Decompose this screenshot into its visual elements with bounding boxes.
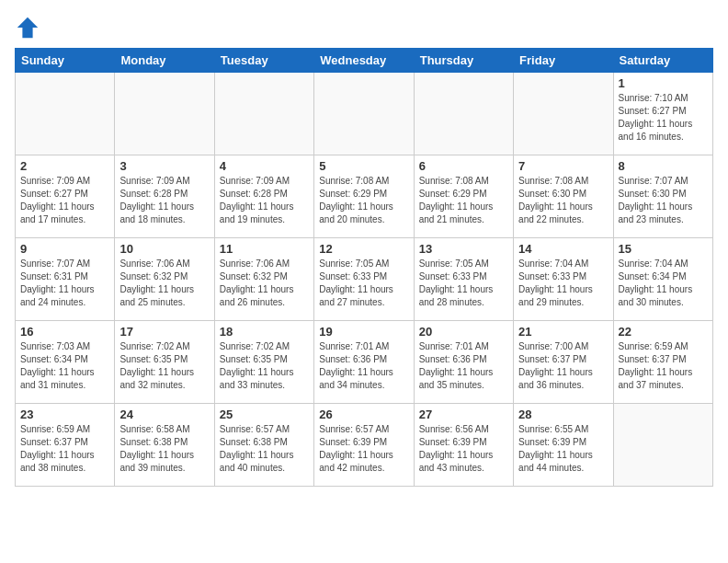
day-info: Sunrise: 7:05 AM Sunset: 6:33 PM Dayligh… — [319, 258, 408, 309]
calendar-day: 3 Sunrise: 7:09 AM Sunset: 6:28 PM Dayli… — [115, 155, 214, 238]
day-info: Sunrise: 7:04 AM Sunset: 6:33 PM Dayligh… — [518, 258, 608, 309]
day-number: 16 — [20, 325, 109, 339]
day-info: Sunrise: 7:06 AM Sunset: 6:32 PM Dayligh… — [119, 258, 209, 309]
day-number: 27 — [419, 408, 508, 421]
day-number: 22 — [619, 325, 708, 339]
weekday-header-sunday: Sunday — [16, 49, 115, 73]
calendar-day: 2 Sunrise: 7:09 AM Sunset: 6:27 PM Dayli… — [16, 155, 115, 238]
day-number: 6 — [419, 159, 508, 173]
day-info: Sunrise: 7:01 AM Sunset: 6:36 PM Dayligh… — [419, 340, 508, 392]
logo — [15, 15, 44, 40]
calendar-day: 25 Sunrise: 6:57 AM Sunset: 6:38 PM Dayl… — [214, 404, 313, 487]
calendar-day: 8 Sunrise: 7:07 AM Sunset: 6:30 PM Dayli… — [613, 155, 712, 238]
day-info: Sunrise: 7:06 AM Sunset: 6:32 PM Dayligh… — [220, 258, 309, 309]
weekday-header-thursday: Thursday — [414, 49, 513, 73]
calendar-day — [115, 73, 214, 155]
day-number: 5 — [319, 159, 408, 173]
logo-icon — [15, 15, 40, 40]
calendar-week-1: 1 Sunrise: 7:10 AM Sunset: 6:27 PM Dayli… — [16, 73, 713, 155]
calendar-day: 6 Sunrise: 7:08 AM Sunset: 6:29 PM Dayli… — [414, 155, 513, 238]
calendar-day — [16, 73, 115, 155]
calendar-week-4: 16 Sunrise: 7:03 AM Sunset: 6:34 PM Dayl… — [16, 321, 713, 404]
weekday-header-monday: Monday — [115, 49, 214, 73]
calendar-day: 12 Sunrise: 7:05 AM Sunset: 6:33 PM Dayl… — [314, 238, 414, 321]
calendar-day — [514, 73, 613, 155]
day-number: 3 — [119, 159, 209, 173]
page-header — [15, 15, 713, 40]
calendar-day: 9 Sunrise: 7:07 AM Sunset: 6:31 PM Dayli… — [16, 238, 115, 321]
day-info: Sunrise: 7:03 AM Sunset: 6:34 PM Dayligh… — [20, 340, 109, 392]
day-info: Sunrise: 7:02 AM Sunset: 6:35 PM Dayligh… — [220, 340, 309, 392]
calendar-day: 27 Sunrise: 6:56 AM Sunset: 6:39 PM Dayl… — [414, 404, 513, 487]
calendar-table: SundayMondayTuesdayWednesdayThursdayFrid… — [15, 48, 713, 487]
calendar-day: 21 Sunrise: 7:00 AM Sunset: 6:37 PM Dayl… — [514, 321, 613, 404]
day-number: 25 — [220, 408, 309, 421]
calendar-day: 20 Sunrise: 7:01 AM Sunset: 6:36 PM Dayl… — [414, 321, 513, 404]
day-number: 12 — [319, 242, 408, 256]
day-info: Sunrise: 7:09 AM Sunset: 6:27 PM Dayligh… — [20, 175, 109, 226]
calendar-day: 24 Sunrise: 6:58 AM Sunset: 6:38 PM Dayl… — [115, 404, 214, 487]
day-number: 21 — [518, 325, 608, 339]
calendar-day: 23 Sunrise: 6:59 AM Sunset: 6:37 PM Dayl… — [16, 404, 115, 487]
day-number: 26 — [319, 408, 408, 421]
day-number: 24 — [119, 408, 209, 421]
weekday-header-tuesday: Tuesday — [214, 49, 313, 73]
calendar-day: 7 Sunrise: 7:08 AM Sunset: 6:30 PM Dayli… — [514, 155, 613, 238]
calendar-day: 19 Sunrise: 7:01 AM Sunset: 6:36 PM Dayl… — [314, 321, 414, 404]
day-number: 9 — [20, 242, 109, 256]
calendar-header-row: SundayMondayTuesdayWednesdayThursdayFrid… — [16, 49, 713, 73]
calendar-day — [414, 73, 513, 155]
calendar-day: 16 Sunrise: 7:03 AM Sunset: 6:34 PM Dayl… — [16, 321, 115, 404]
day-info: Sunrise: 7:09 AM Sunset: 6:28 PM Dayligh… — [220, 175, 309, 226]
day-number: 28 — [518, 408, 608, 421]
day-number: 2 — [20, 159, 109, 173]
day-number: 11 — [220, 242, 309, 256]
calendar-day: 11 Sunrise: 7:06 AM Sunset: 6:32 PM Dayl… — [214, 238, 313, 321]
day-info: Sunrise: 6:57 AM Sunset: 6:39 PM Dayligh… — [319, 423, 408, 475]
day-info: Sunrise: 7:07 AM Sunset: 6:30 PM Dayligh… — [619, 175, 708, 226]
calendar-week-5: 23 Sunrise: 6:59 AM Sunset: 6:37 PM Dayl… — [16, 404, 713, 487]
calendar-day: 4 Sunrise: 7:09 AM Sunset: 6:28 PM Dayli… — [214, 155, 313, 238]
weekday-header-wednesday: Wednesday — [314, 49, 414, 73]
calendar-day — [613, 404, 712, 487]
day-info: Sunrise: 6:55 AM Sunset: 6:39 PM Dayligh… — [518, 423, 608, 475]
day-number: 13 — [419, 242, 508, 256]
day-info: Sunrise: 6:58 AM Sunset: 6:38 PM Dayligh… — [119, 423, 209, 475]
day-number: 17 — [119, 325, 209, 339]
day-info: Sunrise: 7:08 AM Sunset: 6:30 PM Dayligh… — [518, 175, 608, 226]
calendar-day: 17 Sunrise: 7:02 AM Sunset: 6:35 PM Dayl… — [115, 321, 214, 404]
day-info: Sunrise: 7:04 AM Sunset: 6:34 PM Dayligh… — [619, 258, 708, 309]
svg-marker-0 — [17, 17, 38, 38]
calendar-day: 1 Sunrise: 7:10 AM Sunset: 6:27 PM Dayli… — [613, 73, 712, 155]
day-number: 20 — [419, 325, 508, 339]
day-info: Sunrise: 6:57 AM Sunset: 6:38 PM Dayligh… — [220, 423, 309, 475]
calendar-day: 18 Sunrise: 7:02 AM Sunset: 6:35 PM Dayl… — [214, 321, 313, 404]
calendar-day: 26 Sunrise: 6:57 AM Sunset: 6:39 PM Dayl… — [314, 404, 414, 487]
calendar-day: 14 Sunrise: 7:04 AM Sunset: 6:33 PM Dayl… — [514, 238, 613, 321]
calendar-day: 15 Sunrise: 7:04 AM Sunset: 6:34 PM Dayl… — [613, 238, 712, 321]
day-info: Sunrise: 7:01 AM Sunset: 6:36 PM Dayligh… — [319, 340, 408, 392]
calendar-day: 13 Sunrise: 7:05 AM Sunset: 6:33 PM Dayl… — [414, 238, 513, 321]
day-number: 14 — [518, 242, 608, 256]
day-info: Sunrise: 6:59 AM Sunset: 6:37 PM Dayligh… — [619, 340, 708, 392]
calendar-week-2: 2 Sunrise: 7:09 AM Sunset: 6:27 PM Dayli… — [16, 155, 713, 238]
day-number: 4 — [220, 159, 309, 173]
calendar-day: 5 Sunrise: 7:08 AM Sunset: 6:29 PM Dayli… — [314, 155, 414, 238]
day-number: 15 — [619, 242, 708, 256]
calendar-day: 28 Sunrise: 6:55 AM Sunset: 6:39 PM Dayl… — [514, 404, 613, 487]
day-info: Sunrise: 7:02 AM Sunset: 6:35 PM Dayligh… — [119, 340, 209, 392]
day-info: Sunrise: 6:56 AM Sunset: 6:39 PM Dayligh… — [419, 423, 508, 475]
calendar-day: 22 Sunrise: 6:59 AM Sunset: 6:37 PM Dayl… — [613, 321, 712, 404]
day-number: 8 — [619, 159, 708, 173]
calendar-week-3: 9 Sunrise: 7:07 AM Sunset: 6:31 PM Dayli… — [16, 238, 713, 321]
calendar-day — [314, 73, 414, 155]
day-info: Sunrise: 7:10 AM Sunset: 6:27 PM Dayligh… — [619, 92, 708, 144]
day-number: 7 — [518, 159, 608, 173]
weekday-header-friday: Friday — [514, 49, 613, 73]
day-number: 1 — [619, 76, 708, 90]
day-info: Sunrise: 7:08 AM Sunset: 6:29 PM Dayligh… — [319, 175, 408, 226]
weekday-header-saturday: Saturday — [613, 49, 712, 73]
day-number: 23 — [20, 408, 109, 421]
day-info: Sunrise: 6:59 AM Sunset: 6:37 PM Dayligh… — [20, 423, 109, 475]
day-info: Sunrise: 7:08 AM Sunset: 6:29 PM Dayligh… — [419, 175, 508, 226]
